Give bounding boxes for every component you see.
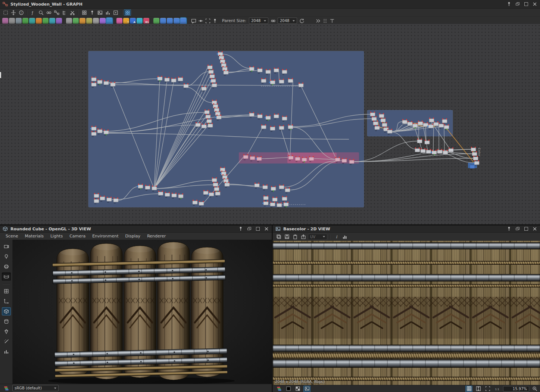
graph-node[interactable] — [211, 79, 216, 83]
3d-render[interactable] — [13, 240, 272, 385]
graph-node[interactable] — [271, 187, 276, 190]
graph-node[interactable] — [429, 119, 434, 122]
fit-vertical-button[interactable] — [475, 386, 482, 392]
graph-node[interactable] — [288, 79, 293, 83]
bracket-node[interactable] — [180, 18, 186, 24]
graph-node[interactable] — [288, 125, 293, 129]
graph-node[interactable] — [158, 192, 163, 195]
pan-tool[interactable] — [10, 9, 17, 16]
axes-gizmo-tool[interactable] — [2, 297, 11, 305]
graph-node[interactable] — [172, 194, 177, 197]
graph-node[interactable] — [209, 70, 213, 74]
graph-node[interactable] — [94, 199, 99, 203]
select-tool[interactable] — [2, 9, 9, 16]
noise-node[interactable] — [86, 18, 92, 24]
graph-node[interactable] — [370, 113, 375, 116]
graph-node[interactable] — [205, 111, 209, 114]
graph-node[interactable] — [250, 156, 255, 160]
graph-node[interactable] — [214, 108, 219, 112]
dock-dots-button[interactable] — [321, 18, 328, 24]
text-node[interactable]: A — [130, 18, 136, 24]
graph-node[interactable] — [257, 157, 262, 161]
float-panel-button[interactable] — [247, 226, 252, 231]
thumbnail-frame-button[interactable] — [204, 18, 211, 24]
maximize-panel-button[interactable] — [524, 226, 529, 231]
graph-node[interactable] — [138, 185, 143, 188]
graph-node[interactable] — [471, 148, 476, 151]
step-buttons[interactable] — [314, 18, 321, 24]
frame-node[interactable] — [137, 18, 143, 24]
graph-node[interactable] — [439, 124, 444, 127]
graph-node[interactable] — [428, 125, 433, 128]
graph-node[interactable] — [279, 80, 284, 83]
graph-node[interactable] — [110, 83, 115, 86]
graph-node[interactable] — [91, 83, 96, 86]
graph-node[interactable] — [473, 157, 478, 160]
graph-node[interactable] — [184, 84, 188, 88]
comment-button[interactable] — [190, 18, 197, 24]
graph-node[interactable] — [219, 56, 224, 59]
graph-node[interactable] — [249, 113, 254, 116]
graph-node[interactable] — [263, 186, 268, 189]
blend-node[interactable] — [93, 18, 99, 24]
graph-node[interactable] — [91, 78, 96, 81]
float-panel-button[interactable] — [515, 226, 520, 231]
graph-node[interactable] — [222, 67, 227, 71]
graph-node[interactable] — [442, 119, 447, 123]
graph-node[interactable] — [261, 125, 266, 129]
2d-view-titlebar[interactable]: Basecolor - 2D VIEW — [273, 225, 540, 233]
graph-node[interactable] — [145, 186, 150, 189]
pixel-processor-node[interactable] — [106, 18, 112, 24]
graph-node[interactable] — [263, 202, 268, 205]
graph-node[interactable] — [277, 203, 282, 207]
graph-node[interactable] — [165, 193, 170, 196]
levels-node[interactable] — [66, 18, 72, 24]
graph-node[interactable] — [208, 124, 213, 127]
graph-node[interactable] — [375, 126, 380, 130]
menu-scene[interactable]: Scene — [2, 234, 22, 239]
profile-tool[interactable] — [104, 9, 111, 16]
graph-node[interactable] — [282, 197, 287, 200]
channels-icon[interactable] — [275, 386, 283, 392]
graph-node[interactable] — [274, 115, 279, 118]
uv-wireframe-tool[interactable] — [2, 287, 11, 295]
image-view-toggle[interactable] — [303, 386, 310, 392]
graph-node[interactable] — [222, 175, 227, 179]
scatter-node[interactable] — [22, 18, 28, 24]
environment-sphere-tool[interactable] — [2, 262, 11, 271]
graph-node[interactable] — [335, 158, 340, 161]
histogram-button[interactable] — [341, 234, 348, 240]
graph-node[interactable] — [381, 119, 386, 122]
graph-canvas[interactable]: Color — [0, 24, 540, 224]
graph-node[interactable] — [449, 149, 453, 152]
graph-node[interactable] — [437, 150, 442, 153]
material-wand-tool[interactable] — [2, 337, 11, 346]
channel-mix-node[interactable] — [29, 18, 35, 24]
stats-tool[interactable] — [2, 348, 11, 356]
export-image-button[interactable] — [300, 234, 307, 240]
graph-node[interactable] — [215, 192, 220, 195]
graph-node[interactable] — [202, 87, 206, 90]
graph-node[interactable] — [213, 105, 218, 108]
maximize-panel-button[interactable] — [524, 1, 529, 7]
graph-node[interactable] — [94, 194, 99, 197]
camera-display-tool[interactable] — [2, 242, 11, 251]
graph-node[interactable] — [249, 67, 254, 71]
thumbnail-tool[interactable] — [96, 9, 103, 16]
graph-node[interactable] — [426, 150, 431, 153]
graph-node[interactable] — [213, 183, 218, 186]
grid-node[interactable] — [160, 18, 166, 24]
cut-wire-tool[interactable] — [69, 9, 76, 16]
uv-select[interactable]: UV — [308, 234, 327, 240]
curve-node[interactable] — [49, 18, 55, 24]
graph-node[interactable] — [225, 183, 230, 186]
close-panel-button[interactable] — [532, 226, 537, 231]
link-wh-toggle[interactable] — [269, 18, 277, 24]
close-panel-button[interactable] — [532, 1, 537, 7]
graph-node[interactable] — [418, 122, 423, 125]
graph-node[interactable] — [413, 124, 418, 127]
graph-node[interactable] — [255, 184, 259, 187]
zoom-level[interactable]: 15.97% — [503, 386, 529, 392]
uniform-node[interactable] — [43, 18, 49, 24]
graph-node[interactable] — [152, 187, 157, 190]
